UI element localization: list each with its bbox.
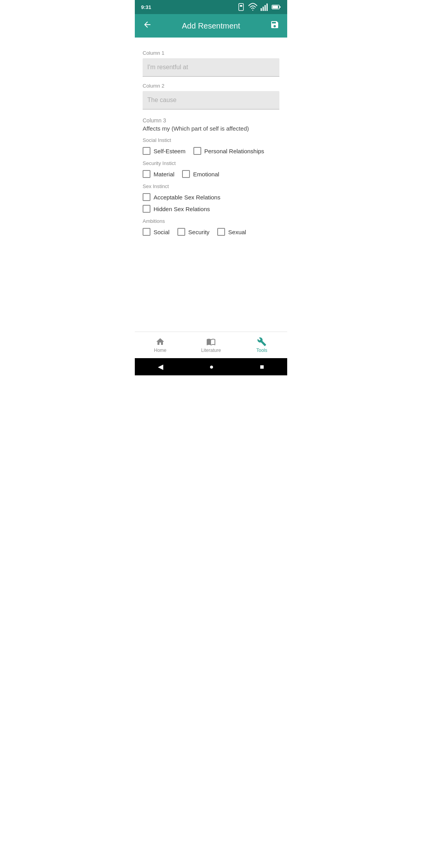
personal-relationships-label: Personal Relationships — [204, 148, 264, 154]
nav-home-label: Home — [154, 348, 166, 353]
security-checkbox[interactable]: Security — [177, 228, 209, 236]
nav-literature[interactable]: Literature — [186, 332, 236, 358]
svg-rect-1 — [240, 5, 242, 7]
home-icon — [156, 337, 165, 346]
status-icons — [236, 2, 281, 12]
svg-rect-3 — [261, 8, 262, 11]
svg-rect-6 — [266, 4, 268, 11]
column2-group: Column 2 — [143, 83, 279, 109]
sex-instinct-group: Sex Instinct Acceptable Sex Relations Hi… — [143, 183, 279, 213]
ambitions-label: Ambitions — [143, 218, 279, 224]
security-instict-group: Security Instict Material Emotional — [143, 160, 279, 178]
literature-icon — [206, 337, 216, 346]
wifi-icon — [248, 2, 257, 12]
sexual-label: Sexual — [228, 229, 246, 235]
bottom-navigation: Home Literature Tools — [135, 332, 287, 358]
sex-instinct-checkboxes: Acceptable Sex Relations Hidden Sex Rela… — [143, 193, 279, 213]
sexual-box — [217, 228, 225, 236]
ambitions-checkboxes: Social Security Sexual — [143, 228, 279, 236]
self-esteem-checkbox[interactable]: Self-Esteem — [143, 147, 186, 155]
material-label: Material — [154, 171, 174, 178]
android-nav-bar: ◀ ● ■ — [135, 358, 287, 375]
social-checkbox[interactable]: Social — [143, 228, 170, 236]
nav-tools[interactable]: Tools — [236, 332, 287, 358]
acceptable-sex-label: Acceptable Sex Relations — [154, 194, 220, 201]
self-esteem-box — [143, 147, 150, 155]
toolbar: Add Resentment — [135, 14, 287, 38]
svg-rect-5 — [265, 5, 266, 11]
material-checkbox[interactable]: Material — [143, 170, 174, 178]
status-bar: 9:31 — [135, 0, 287, 14]
material-box — [143, 170, 150, 178]
sex-instinct-label: Sex Instinct — [143, 183, 279, 189]
column3-subtitle: Affects my (Which part of self is affect… — [143, 125, 279, 132]
emotional-box — [182, 170, 190, 178]
emotional-label: Emotional — [193, 171, 219, 178]
personal-relationships-box — [193, 147, 201, 155]
android-back-btn[interactable]: ◀ — [158, 362, 163, 371]
column2-input[interactable] — [143, 91, 279, 109]
svg-point-2 — [252, 10, 253, 11]
hidden-sex-box — [143, 205, 150, 213]
nav-tools-label: Tools — [256, 348, 267, 353]
save-button[interactable] — [268, 18, 281, 33]
svg-rect-0 — [239, 4, 243, 11]
column1-label: Column 1 — [143, 50, 279, 56]
sexual-checkbox[interactable]: Sexual — [217, 228, 246, 236]
status-time: 9:31 — [141, 4, 151, 10]
column3-group: Column 3 Affects my (Which part of self … — [143, 117, 279, 132]
column1-input[interactable] — [143, 58, 279, 77]
social-instict-group: Social Instict Self-Esteem Personal Rela… — [143, 137, 279, 155]
android-home-btn[interactable]: ● — [209, 363, 214, 371]
nav-home[interactable]: Home — [135, 332, 186, 358]
back-button[interactable] — [141, 18, 154, 33]
ambitions-group: Ambitions Social Security Sexual — [143, 218, 279, 236]
social-instict-label: Social Instict — [143, 137, 279, 143]
sim-icon — [236, 2, 246, 12]
security-label: Security — [188, 229, 209, 235]
self-esteem-label: Self-Esteem — [154, 148, 186, 154]
page-title: Add Resentment — [182, 22, 240, 30]
acceptable-sex-box — [143, 193, 150, 201]
android-recent-btn[interactable]: ■ — [260, 363, 264, 371]
column1-group: Column 1 — [143, 50, 279, 77]
personal-relationships-checkbox[interactable]: Personal Relationships — [193, 147, 264, 155]
hidden-sex-checkbox[interactable]: Hidden Sex Relations — [143, 205, 210, 213]
social-instict-checkboxes: Self-Esteem Personal Relationships — [143, 147, 279, 155]
tools-icon — [257, 337, 266, 346]
security-box — [177, 228, 185, 236]
column3-label: Column 3 — [143, 117, 279, 124]
social-label: Social — [154, 229, 170, 235]
signal-icon — [260, 2, 269, 12]
hidden-sex-label: Hidden Sex Relations — [154, 206, 210, 212]
form-content: Column 1 Column 2 Column 3 Affects my (W… — [135, 38, 287, 332]
security-instict-checkboxes: Material Emotional — [143, 170, 279, 178]
acceptable-sex-checkbox[interactable]: Acceptable Sex Relations — [143, 193, 220, 201]
security-instict-label: Security Instict — [143, 160, 279, 166]
nav-literature-label: Literature — [201, 348, 221, 353]
svg-rect-8 — [279, 6, 281, 8]
battery-icon — [272, 2, 281, 12]
emotional-checkbox[interactable]: Emotional — [182, 170, 219, 178]
svg-rect-9 — [273, 6, 278, 9]
social-box — [143, 228, 150, 236]
svg-rect-4 — [263, 7, 264, 11]
column2-label: Column 2 — [143, 83, 279, 89]
